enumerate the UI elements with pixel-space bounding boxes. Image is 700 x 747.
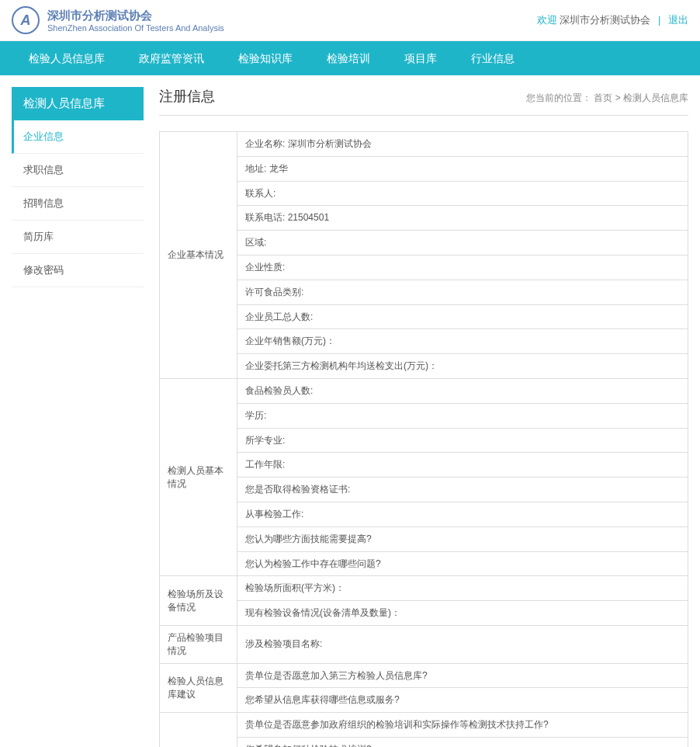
welcome-label: 欢迎 (537, 14, 557, 26)
breadcrumb-home[interactable]: 首页 (594, 92, 612, 103)
table-row: 从事检验工作: (160, 502, 688, 526)
section-label: 产品检验项目情况 (160, 625, 237, 663)
table-row: 产品检验项目情况涉及检验项目名称: (160, 625, 688, 663)
sidebar-item-company-info[interactable]: 企业信息 (12, 120, 144, 154)
breadcrumb-label: 您当前的位置： (526, 92, 591, 103)
field-cell: 学历: (237, 403, 688, 428)
sidebar-item-resume[interactable]: 简历库 (12, 221, 144, 254)
field-label: 企业员工总人数: (245, 311, 313, 322)
field-label: 从事检验工作: (245, 509, 303, 519)
nav-item-knowledge[interactable]: 检验知识库 (221, 41, 310, 75)
field-label: 贵单位是否愿意加入第三方检验人员信息库? (245, 670, 428, 681)
field-value: 21504501 (285, 212, 329, 223)
field-label: 贵单位是否愿意参加政府组织的检验培训和实际操作等检测技术扶持工作? (245, 719, 549, 730)
page-title: 注册信息 (159, 87, 215, 106)
field-cell: 企业委托第三方检测机构年均送检支出(万元)： (237, 354, 688, 379)
field-cell: 企业年销售额(万元)： (237, 329, 688, 354)
field-label: 联系人: (245, 188, 275, 199)
field-label: 所学专业: (245, 435, 285, 446)
field-label: 您认为检验工作中存在哪些问题? (245, 558, 381, 569)
logo-text-en: ShenZhen Association Of Testers And Anal… (47, 23, 224, 33)
section-label: 检测人员基本情况 (160, 378, 237, 575)
sidebar-title: 检测人员信息库 (12, 87, 144, 120)
field-cell: 区域: (237, 231, 688, 255)
field-cell: 贵单位是否愿意参加政府组织的检验培训和实际操作等检测技术扶持工作? (237, 713, 688, 738)
field-cell: 您认为哪些方面技能需要提高? (237, 526, 688, 551)
table-row: 检测人员基本情况食品检验员人数: (160, 378, 688, 403)
table-row: 地址: 龙华 (160, 156, 688, 181)
table-row: 企业性质: (160, 255, 688, 280)
breadcrumb-current: 检测人员信息库 (623, 92, 688, 103)
field-cell: 检验场所面积(平方米)： (237, 576, 688, 601)
nav-item-training[interactable]: 检验培训 (310, 41, 387, 75)
table-row: 现有检验设备情况(设备清单及数量)： (160, 601, 688, 626)
nav-bar: 检验人员信息库 政府监管资讯 检验知识库 检验培训 项目库 行业信息 (0, 41, 700, 75)
field-label: 联系电话: (245, 212, 285, 223)
nav-item-inspection-db[interactable]: 检验人员信息库 (12, 41, 122, 75)
table-row: 联系人: (160, 181, 688, 206)
sidebar-item-recruit[interactable]: 招聘信息 (12, 187, 144, 221)
field-label: 您是否取得检验资格证书: (245, 484, 350, 495)
field-cell: 企业名称: 深圳市分析测试协会 (237, 132, 688, 157)
field-cell: 企业员工总人数: (237, 304, 688, 329)
sidebar-item-password[interactable]: 修改密码 (12, 254, 144, 287)
sidebar: 检测人员信息库 企业信息 求职信息 招聘信息 简历库 修改密码 (12, 87, 144, 287)
field-cell: 联系人: (237, 181, 688, 206)
nav-item-gov-news[interactable]: 政府监管资讯 (122, 41, 221, 75)
section-label: 检验人员信息库建议 (160, 663, 237, 713)
field-cell: 联系电话: 21504501 (237, 206, 688, 231)
field-cell: 许可食品类别: (237, 280, 688, 304)
header-right: 欢迎 深圳市分析测试协会 | 退出 (537, 13, 688, 27)
section-label: 对政府检测技术扶持工作的建议 (160, 713, 237, 747)
field-cell: 所学专业: (237, 428, 688, 453)
table-row: 工作年限: (160, 453, 688, 478)
field-cell: 您是否取得检验资格证书: (237, 478, 688, 502)
field-cell: 食品检验员人数: (237, 378, 688, 403)
field-label: 企业年销售额(万元)： (245, 335, 335, 346)
field-cell: 您希望从信息库获得哪些信息或服务? (237, 688, 688, 713)
nav-item-industry[interactable]: 行业信息 (454, 41, 532, 75)
nav-item-projects[interactable]: 项目库 (387, 41, 454, 75)
field-cell: 现有检验设备情况(设备清单及数量)： (237, 601, 688, 626)
main: 注册信息 您当前的位置： 首页 > 检测人员信息库 企业基本情况企业名称: 深圳… (159, 87, 688, 747)
header: A 深圳市分析测试协会 ShenZhen Association Of Test… (0, 0, 700, 41)
field-label: 您希望参加何种检验技术培训? (245, 744, 372, 747)
table-row: 您是否取得检验资格证书: (160, 478, 688, 502)
section-label: 检验场所及设备情况 (160, 576, 237, 626)
sidebar-item-job-seek[interactable]: 求职信息 (12, 154, 144, 187)
field-value: 龙华 (266, 163, 287, 174)
table-row: 所学专业: (160, 428, 688, 453)
field-cell: 您认为检验工作中存在哪些问题? (237, 551, 688, 576)
field-cell: 工作年限: (237, 453, 688, 478)
container: 检测人员信息库 企业信息 求职信息 招聘信息 简历库 修改密码 注册信息 您当前… (0, 75, 700, 747)
field-label: 许可食品类别: (245, 287, 303, 297)
header-divider: | (658, 14, 660, 26)
field-label: 您希望从信息库获得哪些信息或服务? (245, 694, 400, 705)
field-label: 企业性质: (245, 262, 285, 273)
field-cell: 从事检验工作: (237, 502, 688, 526)
table-row: 企业基本情况企业名称: 深圳市分析测试协会 (160, 132, 688, 157)
logo-text-cn: 深圳市分析测试协会 (47, 9, 224, 23)
field-cell: 企业性质: (237, 255, 688, 280)
table-row: 检验人员信息库建议贵单位是否愿意加入第三方检验人员信息库? (160, 663, 688, 688)
table-row: 企业委托第三方检测机构年均送检支出(万元)： (160, 354, 688, 379)
breadcrumb: 您当前的位置： 首页 > 检测人员信息库 (526, 92, 688, 105)
field-label: 企业名称: (245, 138, 285, 149)
field-label: 您认为哪些方面技能需要提高? (245, 533, 372, 544)
logout-link[interactable]: 退出 (668, 14, 688, 26)
table-row: 您希望从信息库获得哪些信息或服务? (160, 688, 688, 713)
field-cell: 地址: 龙华 (237, 156, 688, 181)
field-label: 地址: (245, 163, 266, 174)
table-row: 您希望参加何种检验技术培训? (160, 737, 688, 747)
table-row: 联系电话: 21504501 (160, 206, 688, 231)
field-label: 学历: (245, 410, 266, 421)
field-label: 区域: (245, 237, 266, 248)
table-row: 许可食品类别: (160, 280, 688, 304)
field-label: 食品检验员人数: (245, 385, 313, 396)
field-value: 深圳市分析测试协会 (285, 138, 371, 149)
table-row: 检验场所及设备情况检验场所面积(平方米)： (160, 576, 688, 601)
field-cell: 您希望参加何种检验技术培训? (237, 737, 688, 747)
table-row: 您认为检验工作中存在哪些问题? (160, 551, 688, 576)
field-label: 现有检验设备情况(设备清单及数量)： (245, 607, 400, 618)
table-row: 企业年销售额(万元)： (160, 329, 688, 354)
